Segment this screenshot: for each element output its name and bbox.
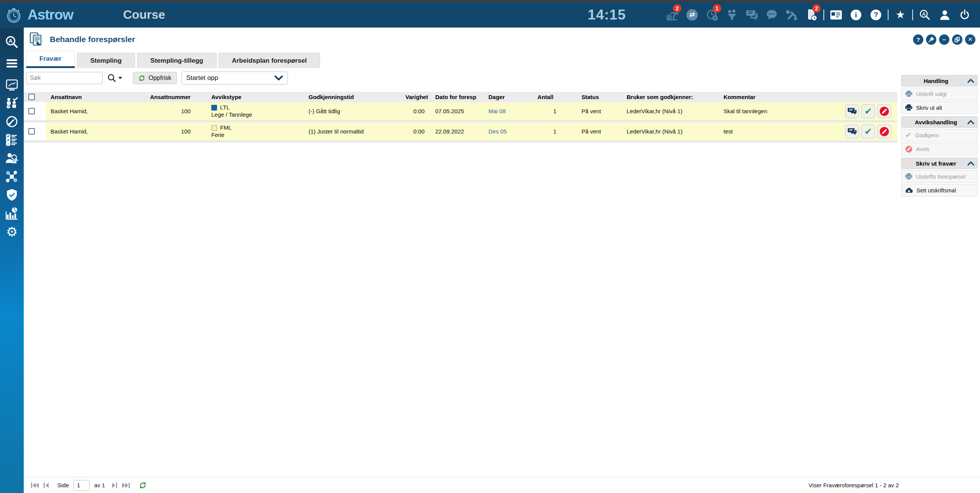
requests-table: Ansattnavn Ansattnummer Avvikstype Godkj… xyxy=(24,92,897,143)
chat-button[interactable] xyxy=(762,7,782,23)
col-antall[interactable]: Antall xyxy=(533,94,577,100)
search-input[interactable] xyxy=(26,72,103,84)
status-filter-select[interactable]: Startet opp xyxy=(181,72,288,85)
add-time-badge: 1 xyxy=(713,4,721,13)
logout-button[interactable] xyxy=(955,7,975,23)
employee-search-button[interactable]: A xyxy=(915,7,935,23)
sidebar-service-tools[interactable] xyxy=(3,114,20,129)
sidebar-settings-gear[interactable]: ⚙ xyxy=(3,224,20,239)
sidebar-staff-approval[interactable] xyxy=(3,96,20,111)
section-title: Skriv ut fravær xyxy=(905,160,967,167)
col-godkjenningstid[interactable]: Godkjenningstid xyxy=(304,94,401,100)
cell-type: FML Ferie xyxy=(207,122,304,140)
refresh-button[interactable]: Oppfrisk xyxy=(133,72,177,84)
row-deny-button[interactable] xyxy=(877,104,891,118)
cloud-upload-icon xyxy=(905,187,913,194)
device-messages-button[interactable]: 2 xyxy=(802,7,822,23)
help-button[interactable]: ? xyxy=(866,7,886,23)
col-ansattnummer[interactable]: Ansattnummer xyxy=(145,94,207,100)
row-comment-button[interactable] xyxy=(845,125,859,138)
table-row[interactable]: Basket Hamid, 100 LTL Lege / Tannlege (-… xyxy=(24,102,897,122)
col-ansattnavn[interactable]: Ansattnavn xyxy=(46,94,145,100)
panel-help-button[interactable]: ? xyxy=(913,34,923,45)
favorites-button[interactable]: ★ xyxy=(890,7,910,23)
sidebar-statistics[interactable] xyxy=(3,206,20,221)
approve-check-icon: ✔ xyxy=(864,107,872,116)
cell-approval: (1) Juster til normaltid xyxy=(304,122,401,140)
reload-list-button[interactable] xyxy=(137,480,149,490)
panel-popout-button[interactable] xyxy=(952,34,962,45)
deny-label: Avvis xyxy=(916,146,929,152)
col-dato[interactable]: Dato for foresp xyxy=(431,94,484,100)
next-page-button[interactable] xyxy=(109,480,120,490)
sidebar-security-shield[interactable] xyxy=(3,187,20,203)
tab-stempling-tillegg[interactable]: Stempling-tillegg xyxy=(137,53,217,68)
cell-duration: 0:00 xyxy=(401,122,431,140)
sidebar-employee-lookup[interactable] xyxy=(3,151,20,166)
select-all-checkbox[interactable] xyxy=(28,94,35,100)
search-options-button[interactable] xyxy=(107,73,122,83)
print-selected-label: Utskrift valgt xyxy=(916,91,947,97)
print-selected-button[interactable]: Utskrift valgt xyxy=(901,88,978,100)
page-number-input[interactable] xyxy=(74,480,90,491)
info-button[interactable]: i xyxy=(846,7,866,23)
top-header-bar: Astrow Course 14:15 2 ⇄ 1 xyxy=(0,2,980,28)
print-all-button[interactable]: Skriv ut alt xyxy=(901,101,978,114)
svg-text:A: A xyxy=(8,38,13,44)
app-logo[interactable]: Astrow xyxy=(5,6,73,24)
first-page-button[interactable] xyxy=(29,480,41,490)
refresh-label: Oppfrisk xyxy=(149,75,172,81)
section-avvikshandling[interactable]: Avvikshandling xyxy=(901,116,978,128)
set-print-template-button[interactable]: Sett utskriftsmal xyxy=(901,184,978,197)
profile-button[interactable] xyxy=(935,7,955,23)
row-checkbox[interactable] xyxy=(28,108,35,114)
section-skriv-ut-fravaer[interactable]: Skriv ut fravær xyxy=(901,158,978,169)
section-handling[interactable]: Handling xyxy=(901,75,978,86)
sidebar-punch-terminal[interactable] xyxy=(3,77,20,93)
table-row[interactable]: Basket Hamid, 100 FML Ferie (1) Juster t… xyxy=(24,122,897,143)
print-request-button[interactable]: Utskrifts forespørsel xyxy=(901,170,978,183)
approve-label: Godkjenn xyxy=(915,132,939,138)
sidebar-menu[interactable] xyxy=(3,56,20,71)
last-page-button[interactable] xyxy=(120,480,132,490)
tab-stempling[interactable]: Stempling xyxy=(77,53,135,68)
row-checkbox[interactable] xyxy=(28,128,35,135)
header-icon-strip: 2 ⇄ 1 xyxy=(662,7,975,23)
col-avvikstype[interactable]: Avvikstype xyxy=(207,94,304,100)
col-dager[interactable]: Dager xyxy=(484,94,533,100)
sync-button[interactable]: ⇄ xyxy=(682,7,702,23)
cell-approver: LederVikar,hr (Nivå 1) xyxy=(622,122,719,140)
filter-people-icon xyxy=(726,9,738,21)
panel-close-button[interactable]: ✕ xyxy=(965,34,975,45)
messages-button[interactable] xyxy=(742,7,762,23)
sidebar-search-employee[interactable]: A xyxy=(3,34,20,50)
deny-button[interactable]: Avvis xyxy=(901,143,978,155)
left-sidebar: A ? ⚙ xyxy=(0,28,24,493)
col-status[interactable]: Status xyxy=(577,94,622,100)
row-approve-button[interactable]: ✔ xyxy=(861,104,875,118)
settings-tools-button[interactable] xyxy=(782,7,802,23)
row-deny-button[interactable] xyxy=(877,125,891,138)
filter-people-button[interactable] xyxy=(722,7,742,23)
contacts-button[interactable] xyxy=(826,7,846,23)
tab-arbeidsplan-foresporsel[interactable]: Arbeidsplan forespørsel xyxy=(219,53,320,68)
prev-page-button[interactable] xyxy=(41,480,52,490)
cell-comment: Skal til tannlegen xyxy=(719,102,844,120)
sidebar-task-list[interactable]: ? xyxy=(3,132,20,148)
tab-fravaer[interactable]: Fravær xyxy=(26,51,75,68)
col-godkjenner[interactable]: Bruker som godkjenner: xyxy=(622,94,719,100)
cell-status: På vent xyxy=(577,122,622,140)
col-varighet[interactable]: Varighet xyxy=(401,94,431,100)
row-comment-button[interactable] xyxy=(845,104,859,118)
approve-button[interactable]: ✔ Godkjenn xyxy=(901,129,978,142)
col-kommentar[interactable]: Kommentar xyxy=(719,94,844,100)
add-time-request-button[interactable]: 1 xyxy=(702,7,722,23)
day-link[interactable]: Des 05 xyxy=(488,128,507,135)
panel-pin-button[interactable] xyxy=(926,34,936,45)
row-approve-button[interactable]: ✔ xyxy=(861,125,875,138)
vacation-requests-button[interactable]: 2 xyxy=(662,7,682,23)
printer-icon xyxy=(905,173,912,180)
day-link[interactable]: Mai 08 xyxy=(488,108,506,114)
panel-minimize-button[interactable]: − xyxy=(939,34,949,45)
sidebar-organisation[interactable] xyxy=(3,169,20,184)
